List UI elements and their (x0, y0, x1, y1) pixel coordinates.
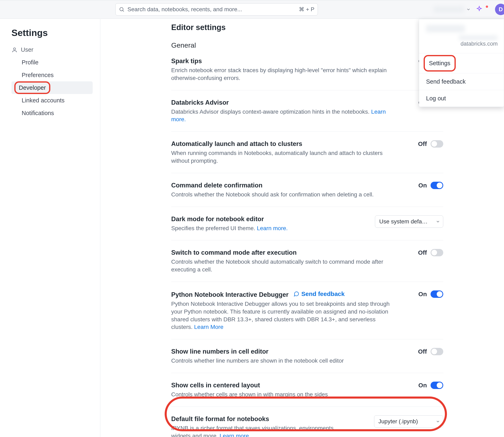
user-menu: databricks.com Settings Send feedback Lo… (419, 19, 504, 107)
workspace-switcher[interactable] (433, 6, 471, 12)
sidebar-group-user: User (11, 46, 93, 53)
search-icon (119, 7, 124, 12)
toggle-centered-layout[interactable] (431, 382, 443, 389)
user-icon (11, 47, 18, 53)
toggle-state: On (418, 382, 427, 389)
chevron-down-icon (466, 7, 471, 12)
toggle-state: On (418, 291, 427, 298)
user-email: databricks.com (426, 34, 498, 47)
setting-title: Spark tips (171, 58, 392, 65)
setting-auto-launch: Automatically launch and attach to clust… (171, 140, 443, 173)
setting-title: Dark mode for notebook editor (171, 215, 288, 223)
user-name (426, 25, 465, 32)
sidebar-item-developer[interactable]: Developer (11, 81, 93, 94)
sidebar-list: Profile Preferences Developer Linked acc… (11, 56, 93, 119)
topbar: Search data, notebooks, recents, and mor… (0, 0, 504, 19)
setting-desc: Python Notebook Interactive Debugger all… (171, 300, 392, 331)
learn-more-link[interactable]: Learn more. (257, 225, 288, 231)
avatar-letter: D (499, 6, 503, 13)
setting-desc: Databricks Advisor displays context-awar… (171, 108, 392, 123)
toggle-auto-launch[interactable] (431, 140, 443, 148)
learn-more-link[interactable]: Learn more (220, 433, 249, 437)
setting-line-numbers: Show line numbers in cell editor Control… (171, 348, 443, 373)
setting-python-debugger: Python Notebook Interactive Debugger Sen… (171, 290, 443, 339)
chat-icon (294, 291, 299, 297)
svg-point-0 (120, 8, 123, 11)
setting-desc: Specifies the preferred UI theme. Learn … (171, 224, 288, 232)
toggle-python-debugger[interactable] (431, 290, 443, 298)
setting-dark-mode: Dark mode for notebook editor Specifies … (171, 215, 443, 241)
setting-title: Switch to command mode after execution (171, 249, 392, 256)
send-feedback-link[interactable]: Send feedback (294, 290, 345, 298)
setting-title: Automatically launch and attach to clust… (171, 140, 392, 148)
toggle-state: Off (418, 348, 427, 355)
user-menu-logout[interactable]: Log out (419, 90, 504, 107)
assistant-icon[interactable] (476, 6, 483, 13)
user-menu-header: databricks.com (419, 19, 504, 53)
sidebar-item-notifications[interactable]: Notifications (11, 107, 93, 119)
sidebar-item-preferences[interactable]: Preferences (11, 69, 93, 81)
setting-desc: When running commands in Notebooks, auto… (171, 149, 392, 165)
svg-point-2 (13, 48, 16, 50)
setting-spark-tips: Spark tips Enrich notebook error stack t… (171, 58, 443, 90)
setting-desc: Controls whether the Notebook should ask… (171, 191, 374, 199)
select-dark-mode[interactable]: Use system default… (375, 215, 443, 228)
sidebar-item-profile[interactable]: Profile (11, 56, 93, 69)
toggle-command-mode[interactable] (431, 249, 443, 256)
sidebar-item-linked-accounts[interactable]: Linked accounts (11, 94, 93, 107)
notification-dot (486, 6, 488, 8)
user-menu-feedback[interactable]: Send feedback (419, 73, 504, 90)
search-placeholder: Search data, notebooks, recents, and mor… (127, 6, 296, 13)
chevron-down-icon (436, 219, 440, 224)
sidebar: Settings User Profile Preferences Develo… (0, 19, 100, 437)
toggle-state: Off (418, 249, 427, 256)
setting-desc: Controls whether the Notebook should aut… (171, 258, 392, 273)
setting-desc: Enrich notebook error stack traces by di… (171, 66, 392, 82)
setting-delete-confirm: Command delete confirmation Controls whe… (171, 182, 443, 207)
select-value: Use system default… (379, 218, 428, 225)
svg-line-1 (123, 10, 124, 11)
section-general: General (171, 41, 443, 49)
toggle-state: Off (418, 140, 427, 147)
setting-command-mode: Switch to command mode after execution C… (171, 249, 443, 282)
setting-title: Show cells in centered layout (171, 382, 328, 389)
page-title: Editor settings (171, 23, 443, 32)
setting-title: Python Notebook Interactive Debugger Sen… (171, 290, 392, 298)
setting-desc: Controls whether line numbers are shown … (171, 357, 344, 365)
user-menu-settings[interactable]: Settings (419, 53, 504, 73)
setting-title: Databricks Advisor (171, 99, 392, 106)
toggle-delete-confirm[interactable] (431, 182, 443, 189)
toggle-line-numbers[interactable] (431, 348, 443, 355)
settings-title: Settings (11, 28, 93, 38)
learn-more-link[interactable]: Learn More (194, 324, 223, 330)
toggle-state: On (418, 182, 427, 189)
annotation-oval-file-format (165, 397, 447, 431)
setting-advisor: Databricks Advisor Databricks Advisor di… (171, 99, 443, 132)
workspace-name (433, 6, 464, 12)
avatar[interactable]: D (495, 4, 504, 15)
search-shortcut: ⌘ + P (299, 6, 314, 13)
setting-title: Show line numbers in cell editor (171, 348, 344, 355)
setting-title: Command delete confirmation (171, 182, 374, 189)
search-input[interactable]: Search data, notebooks, recents, and mor… (115, 3, 318, 16)
